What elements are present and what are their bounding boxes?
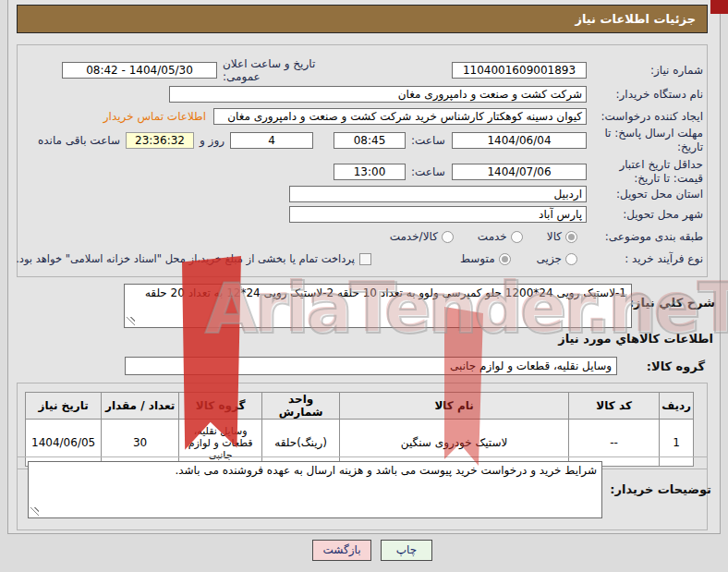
- radio-service-label: خدمت: [478, 230, 507, 243]
- row-buyer-org: نام دستگاه خریدار: شرکت کشت و صنعت و دام…: [21, 85, 703, 103]
- announce-datetime-field[interactable]: 1404/05/30 - 08:42: [62, 62, 217, 79]
- resize-handle-icon[interactable]: [30, 507, 39, 516]
- city-label: شهر محل تحویل:: [587, 208, 703, 222]
- need-info-panel: شماره نیاز: 1104001609001893 تاریخ و ساع…: [17, 44, 708, 277]
- days-remaining-label: روز و: [200, 134, 224, 147]
- description-label: شرح کلي نیاز:: [629, 296, 715, 310]
- treasury-checkbox[interactable]: [359, 253, 371, 265]
- row-reply-deadline: مهلت ارسال پاسخ: تا تاریخ: 1404/06/04 سا…: [21, 125, 703, 156]
- countdown-timer: 23:36:32: [126, 132, 194, 149]
- col-group: گروه کالا: [179, 393, 262, 420]
- reply-deadline-date-field[interactable]: 1404/06/04: [452, 132, 587, 149]
- request-creator-label: ایجاد کننده درخواست:: [587, 110, 703, 124]
- col-quantity: تعداد / مقدار: [102, 393, 179, 420]
- row-city: شهر محل تحویل: پارس آباد: [21, 205, 703, 224]
- radio-service[interactable]: [511, 231, 523, 243]
- buyer-notes-text: شرایط خرید و درخواست خرید پیوست می باشد …: [175, 464, 597, 477]
- radio-medium-label: متوسط: [460, 252, 495, 265]
- goods-section-title: اطلاعات کالاهاي مورد نیاز: [558, 332, 713, 346]
- subject-class-label: طبقه بندی موضوعی:: [587, 230, 703, 244]
- reply-deadline-hour-label: ساعت:: [411, 134, 446, 147]
- radio-minor-label: جزیی: [537, 252, 562, 265]
- radio-goods-service-label: کالا/خدمت: [390, 230, 438, 243]
- description-textarea[interactable]: 1-لاستیک رویی 24*1200 جلو کمپرسی ولوو به…: [124, 284, 632, 328]
- row-subject-class: طبقه بندی موضوعی: کالا خدمت کالا/خدمت: [21, 227, 703, 246]
- request-creator-field[interactable]: کیوان دسینه کوهکتار کارشناس خرید شرکت کش…: [213, 108, 587, 125]
- buyer-contact-link[interactable]: اطلاعات تماس خریدار: [103, 110, 206, 123]
- treasury-checkbox-label: پرداخت تمام یا بخشی از مبلغ خرید،از محل …: [16, 252, 355, 265]
- row-need-number: شماره نیاز: 1104001609001893 تاریخ و ساع…: [21, 61, 703, 79]
- resize-handle-icon[interactable]: [127, 317, 135, 325]
- col-item-name: نام کالا: [340, 393, 569, 420]
- days-remaining-field[interactable]: 4: [230, 132, 313, 149]
- province-field[interactable]: اردبیل: [289, 186, 587, 202]
- buyer-notes-textarea[interactable]: شرایط خرید و درخواست خرید پیوست می باشد …: [28, 461, 602, 518]
- table-header-row: ردیف کد کالا نام کالا واحد شمارش گروه کا…: [26, 393, 694, 420]
- row-request-creator: ایجاد کننده درخواست: کیوان دسینه کوهکتار…: [21, 107, 703, 126]
- col-row-number: ردیف: [660, 393, 694, 420]
- goods-table: ردیف کد کالا نام کالا واحد شمارش گروه کا…: [25, 392, 694, 467]
- col-need-date: تاریخ نیاز: [26, 393, 102, 420]
- back-button[interactable]: بازگشت: [312, 540, 371, 561]
- reply-deadline-time-field[interactable]: 08:45: [334, 132, 406, 149]
- row-process-type: نوع فرآیند خرید : جزیی متوسط پرداخت تمام…: [21, 249, 703, 268]
- need-number-label: شماره نیاز:: [587, 64, 703, 78]
- price-validity-hour-label: ساعت:: [411, 165, 446, 178]
- tender-detail-page: { "header": { "title": "جزئیات اطلاعات ن…: [0, 0, 728, 572]
- price-validity-date-field[interactable]: 1404/07/06: [452, 164, 587, 180]
- col-item-code: کد کالا: [569, 393, 660, 420]
- buyer-notes-label: توضیحات خریدار:: [610, 482, 711, 496]
- row-price-validity: حداقل تاریخ اعتبار قیمت: تا تاریخ: 1404/…: [21, 156, 703, 188]
- page-title: جزئیات اطلاعات نیاز: [17, 5, 708, 33]
- radio-goods-label: کالا: [547, 230, 562, 243]
- need-number-field[interactable]: 1104001609001893: [452, 62, 587, 79]
- reply-deadline-label: مهلت ارسال پاسخ: تا تاریخ:: [587, 127, 703, 154]
- goods-group-label: گروه کالا:: [647, 359, 705, 373]
- process-type-label: نوع فرآیند خرید :: [587, 252, 703, 266]
- radio-medium[interactable]: [499, 253, 511, 265]
- goods-group-field[interactable]: وسایل نقلیه، قطعات و لوازم جانبی: [125, 357, 617, 375]
- announce-datetime-label: تاریخ و ساعت اعلان عمومی:: [223, 57, 354, 83]
- radio-goods-service[interactable]: [442, 231, 454, 243]
- price-validity-time-field[interactable]: 13:00: [334, 164, 406, 180]
- city-field[interactable]: پارس آباد: [289, 206, 587, 223]
- description-text: 1-لاستیک رویی 24*1200 جلو کمپرسی ولوو به…: [145, 286, 626, 299]
- province-label: استان محل تحویل:: [587, 188, 703, 201]
- buyer-org-label: نام دستگاه خریدار:: [587, 88, 703, 102]
- radio-minor[interactable]: [565, 253, 577, 265]
- watermark-corner-mark: [710, 0, 728, 14]
- buyer-org-field[interactable]: شرکت کشت و صنعت و دامپروری مغان: [169, 86, 587, 103]
- col-unit: واحد شمارش: [262, 393, 340, 420]
- radio-goods[interactable]: [565, 231, 577, 243]
- row-province: استان محل تحویل: اردبیل: [21, 185, 703, 203]
- countdown-label: ساعت باقی مانده: [38, 134, 120, 147]
- price-validity-label: حداقل تاریخ اعتبار قیمت: تا تاریخ:: [587, 158, 703, 186]
- print-button[interactable]: چاپ: [381, 540, 432, 561]
